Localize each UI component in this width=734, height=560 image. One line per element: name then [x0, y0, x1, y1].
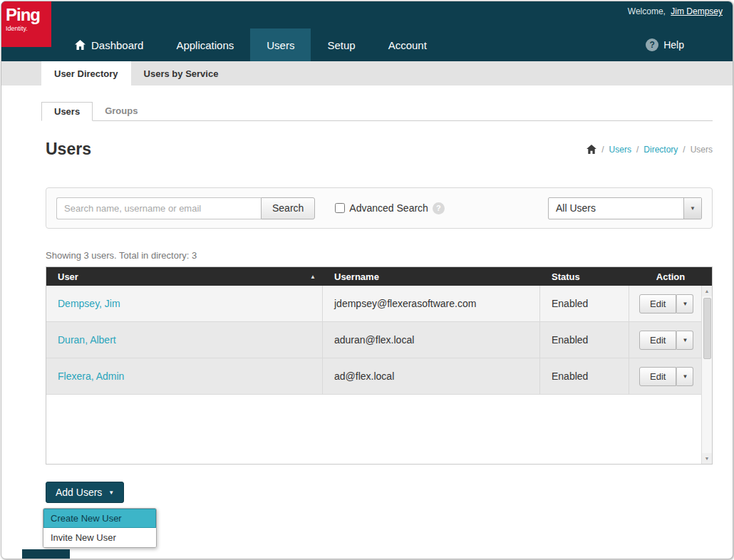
help-icon: ?	[646, 38, 658, 51]
advanced-search-option: Advanced Search ?	[335, 202, 445, 214]
results-summary: Showing 3 users. Total in directory: 3	[46, 250, 713, 261]
user-cell: Duran, Albert	[46, 322, 323, 358]
edit-dropdown-caret[interactable]: ▼	[676, 331, 693, 350]
user-name-link[interactable]: Flexera, Admin	[58, 370, 124, 382]
tab-user-directory-label: User Directory	[54, 68, 118, 79]
nav-account-label: Account	[388, 39, 427, 51]
edit-button[interactable]: Edit	[639, 367, 676, 386]
user-name-link[interactable]: Dempsey, Jim	[58, 298, 120, 309]
breadcrumb-separator: /	[636, 145, 639, 155]
edit-dropdown-caret[interactable]: ▼	[676, 367, 693, 386]
edit-dropdown-caret[interactable]: ▼	[676, 294, 693, 313]
footer-strip	[22, 549, 70, 559]
advanced-search-help-icon[interactable]: ?	[433, 202, 445, 214]
users-table: User ▲ Username Status Action Dempsey, J…	[46, 266, 713, 465]
tab-users-by-service-label: Users by Service	[144, 68, 219, 79]
breadcrumb-directory-link[interactable]: Directory	[643, 145, 678, 155]
edit-button-group: Edit ▼	[639, 331, 693, 350]
breadcrumb-separator: /	[601, 145, 604, 155]
breadcrumb: / Users / Directory / Users	[586, 145, 713, 155]
search-panel: Search Advanced Search ? All Users ▼	[46, 187, 713, 229]
secondary-tab-bar: Users Groups	[41, 101, 713, 121]
column-header-user-label: User	[58, 271, 78, 282]
add-users-label: Add Users	[56, 487, 102, 498]
tab-user-directory[interactable]: User Directory	[41, 61, 131, 85]
column-header-action: Action	[629, 271, 712, 282]
user-scope-select[interactable]: All Users ▼	[548, 197, 702, 219]
primary-tab-bar: User Directory Users by Service	[1, 61, 733, 85]
action-cell: Edit ▼	[629, 358, 701, 394]
username-cell: ad@flex.local	[323, 358, 540, 394]
add-users-caret-icon: ▼	[108, 489, 114, 496]
edit-button[interactable]: Edit	[639, 294, 676, 313]
welcome-label: Welcome,	[628, 6, 666, 16]
column-header-user[interactable]: User ▲	[46, 271, 323, 282]
menu-item-create-new-user[interactable]: Create New User	[43, 509, 156, 528]
column-header-status[interactable]: Status	[540, 271, 629, 282]
home-icon	[75, 40, 86, 50]
sort-ascending-icon[interactable]: ▲	[310, 274, 316, 280]
subtab-users[interactable]: Users	[41, 102, 93, 121]
nav-applications-label: Applications	[176, 39, 234, 51]
breadcrumb-users-link[interactable]: Users	[609, 145, 631, 155]
nav-setup[interactable]: Setup	[311, 28, 371, 61]
nav-dashboard-label: Dashboard	[91, 39, 143, 51]
user-cell: Dempsey, Jim	[46, 286, 323, 321]
welcome-area: Welcome, Jim Dempsey	[628, 6, 723, 16]
table-row: Duran, Albert aduran@flex.local Enabled …	[46, 322, 701, 358]
nav-users-label: Users	[267, 39, 294, 51]
select-caret-icon: ▼	[683, 198, 701, 219]
help-label: Help	[663, 39, 684, 51]
status-cell: Enabled	[540, 322, 629, 358]
search-input[interactable]	[56, 197, 261, 219]
subtab-groups-label: Groups	[105, 105, 138, 116]
brand-subtitle: Identity.	[6, 25, 47, 32]
nav-applications[interactable]: Applications	[160, 28, 250, 61]
current-user-link[interactable]: Jim Dempsey	[671, 6, 723, 16]
subtab-users-label: Users	[54, 106, 80, 117]
nav-dashboard[interactable]: Dashboard	[58, 28, 160, 61]
edit-button-group: Edit ▼	[639, 294, 693, 313]
scrollbar-thumb[interactable]	[703, 298, 711, 359]
table-scrollbar[interactable]: ▲ ▼	[701, 286, 712, 464]
advanced-search-label: Advanced Search	[349, 202, 428, 214]
breadcrumb-home-icon[interactable]	[586, 145, 596, 154]
nav-account[interactable]: Account	[372, 28, 443, 61]
action-cell: Edit ▼	[629, 322, 701, 358]
search-button[interactable]: Search	[261, 197, 315, 219]
subtab-groups[interactable]: Groups	[93, 102, 150, 121]
top-header: Ping Identity. Welcome, Jim Dempsey Dash…	[1, 1, 733, 61]
action-cell: Edit ▼	[629, 286, 701, 321]
table-row: Dempsey, Jim jdempsey@flexerasoftware.co…	[46, 286, 701, 322]
edit-button-group: Edit ▼	[639, 367, 693, 386]
username-cell: aduran@flex.local	[323, 322, 540, 358]
edit-button[interactable]: Edit	[639, 331, 676, 350]
scrollbar-up-arrow[interactable]: ▲	[702, 286, 712, 296]
add-users-area: Add Users ▼ Create New User Invite New U…	[46, 482, 713, 559]
content-area: Users Groups Users / Users / Directory /…	[1, 101, 733, 559]
ping-identity-logo[interactable]: Ping Identity.	[1, 1, 51, 47]
nav-setup-label: Setup	[327, 39, 355, 51]
user-cell: Flexera, Admin	[46, 358, 323, 394]
column-header-username[interactable]: Username	[323, 271, 540, 282]
status-cell: Enabled	[540, 286, 629, 321]
add-users-button[interactable]: Add Users ▼	[46, 482, 124, 503]
add-users-dropdown-menu: Create New User Invite New User	[43, 508, 157, 548]
nav-users[interactable]: Users	[250, 28, 311, 61]
brand-name: Ping	[6, 6, 47, 24]
status-cell: Enabled	[540, 358, 629, 394]
table-body: Dempsey, Jim jdempsey@flexerasoftware.co…	[46, 286, 712, 464]
table-row: Flexera, Admin ad@flex.local Enabled Edi…	[46, 358, 701, 395]
advanced-search-checkbox[interactable]	[335, 203, 345, 213]
app-window: Ping Identity. Welcome, Jim Dempsey Dash…	[1, 1, 733, 559]
help-button[interactable]: ? Help	[646, 28, 684, 61]
breadcrumb-separator: /	[683, 145, 685, 155]
user-name-link[interactable]: Duran, Albert	[58, 334, 116, 346]
page-header-row: Users / Users / Directory / Users	[46, 140, 713, 159]
page-title: Users	[46, 140, 91, 159]
scrollbar-down-arrow[interactable]: ▼	[702, 453, 712, 464]
tab-users-by-service[interactable]: Users by Service	[131, 61, 232, 85]
username-cell: jdempsey@flexerasoftware.com	[323, 286, 540, 321]
main-nav: Dashboard Applications Users Setup Accou…	[58, 28, 443, 61]
menu-item-invite-new-user[interactable]: Invite New User	[43, 528, 156, 547]
